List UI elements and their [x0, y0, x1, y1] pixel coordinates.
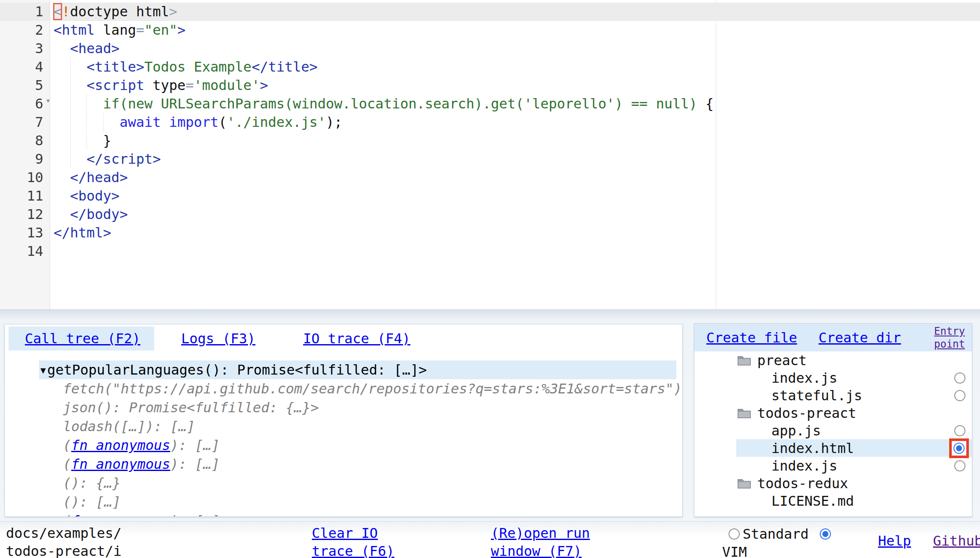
code-line — [54, 242, 980, 261]
code-area[interactable]: <!doctype html><html lang="en"> <head> <… — [50, 0, 980, 309]
code-line: </body> — [54, 205, 980, 224]
file-browser-header: Create file Create dir Entry point — [694, 324, 972, 351]
call-tree-panel: Call tree (F2) Logs (F3) IO trace (F4) ▾… — [4, 324, 683, 517]
dir-row[interactable]: todos-preact — [694, 404, 972, 422]
call-tree-row[interactable]: fetch("https://api.github.com/search/rep… — [39, 379, 676, 398]
create-dir-link[interactable]: Create dir — [819, 330, 901, 346]
status-bar-links: Help Github — [878, 532, 980, 550]
file-row[interactable]: index.js — [694, 457, 972, 474]
keyboard-mode-group: Standard VIM — [722, 525, 843, 558]
code-line: if(new URLSearchParams(window.location.s… — [54, 95, 980, 113]
github-link[interactable]: Github — [933, 533, 980, 549]
file-row[interactable]: LICENSE.md — [694, 492, 972, 510]
tab-logs[interactable]: Logs (F3) — [174, 327, 262, 351]
code-line: </script> — [54, 150, 980, 168]
file-name: index.js — [771, 370, 837, 386]
entry-point-column-header: Entry point — [932, 325, 965, 351]
call-tree-row-selected[interactable]: ▾getPopularLanguages(): Promise<fulfille… — [39, 360, 676, 379]
code-line: } — [54, 132, 980, 150]
file-name: index.js — [771, 458, 837, 474]
code-line: </html> — [54, 224, 980, 242]
call-tree: ▾getPopularLanguages(): Promise<fulfille… — [39, 360, 676, 517]
file-name: stateful.js — [771, 387, 862, 404]
line-number: 9 — [0, 150, 50, 168]
file-row[interactable]: index.js — [694, 369, 972, 387]
file-tree: preactindex.jsstateful.jstodos-preactapp… — [694, 351, 972, 510]
file-row[interactable]: app.js — [694, 422, 972, 439]
fn-anonymous-link[interactable]: fn anonymous — [71, 513, 170, 517]
fn-anonymous-link[interactable]: fn anonymous — [71, 456, 170, 472]
dir-name: todos-preact — [757, 405, 856, 421]
folder-icon — [737, 477, 751, 489]
line-number: 5 — [0, 76, 50, 95]
file-row[interactable]: stateful.js — [694, 387, 972, 404]
folder-icon — [737, 407, 751, 419]
dir-name: preact — [757, 352, 807, 369]
create-file-link[interactable]: Create file — [706, 330, 797, 346]
dir-name: todos-redux — [757, 475, 848, 492]
line-number: 14 — [0, 242, 50, 261]
current-file-path: docs/examples/todos-preact/index.html — [6, 524, 128, 558]
code-line: await import('./index.js'); — [54, 113, 980, 132]
code-line: <head> — [54, 39, 980, 58]
line-number: 12 — [0, 205, 50, 224]
file-name: index.html — [771, 440, 854, 456]
keyboard-mode-standard-radio[interactable] — [729, 528, 740, 540]
call-tree-row[interactable]: (fn anonymous): […] — [39, 436, 676, 455]
cursor-highlight: < — [54, 3, 62, 20]
entry-point-radio[interactable] — [954, 372, 965, 384]
panel-tabs: Call tree (F2) Logs (F3) IO trace (F4) — [5, 324, 682, 351]
line-number: 8 — [0, 132, 50, 150]
call-tree-row[interactable]: (fn anonymous): […] — [39, 511, 676, 517]
code-line: <html lang="en"> — [54, 21, 980, 39]
line-number-gutter: 123456▾7891011121314 — [0, 0, 50, 309]
call-tree-row[interactable]: (): {…} — [39, 474, 676, 492]
entry-point-radio[interactable] — [954, 390, 965, 401]
reopen-run-window-link[interactable]: (Re)open run window (F7) — [491, 524, 611, 558]
file-name: app.js — [771, 423, 821, 439]
code-line: <body> — [54, 187, 980, 205]
selected-entry-frame — [949, 438, 969, 458]
folder-icon — [737, 354, 751, 366]
keyboard-mode-standard-label: Standard — [743, 525, 809, 543]
call-tree-row[interactable]: lodash([…]): […] — [39, 417, 676, 436]
call-tree-row[interactable]: json(): Promise<fulfilled: {…}> — [39, 398, 676, 417]
help-link[interactable]: Help — [878, 533, 911, 549]
dir-row[interactable]: todos-redux — [694, 474, 972, 492]
dir-row[interactable]: preact — [694, 351, 972, 369]
line-number: 11 — [0, 187, 50, 205]
tab-call-tree[interactable]: Call tree (F2) — [9, 327, 154, 351]
clear-io-trace-link[interactable]: Clear IO trace (F6) — [312, 524, 410, 558]
keyboard-mode-vim-label: VIM — [722, 543, 843, 558]
line-number: 2 — [0, 21, 50, 39]
code-editor[interactable]: 123456▾7891011121314 <!doctype html><htm… — [0, 0, 980, 310]
entry-point-radio[interactable] — [954, 425, 965, 436]
line-number: 13 — [0, 224, 50, 242]
code-line: </head> — [54, 168, 980, 187]
line-number: 4 — [0, 58, 50, 76]
status-bar: docs/examples/todos-preact/index.html Cl… — [0, 521, 980, 558]
line-number: 3 — [0, 39, 50, 58]
file-row[interactable]: index.html — [694, 439, 972, 457]
call-tree-row[interactable]: (): […] — [39, 492, 676, 511]
line-number: 10 — [0, 168, 50, 187]
entry-point-radio[interactable] — [953, 443, 965, 454]
tab-io-trace[interactable]: IO trace (F4) — [296, 327, 417, 351]
line-number: 1 — [0, 3, 50, 21]
entry-point-radio[interactable] — [954, 460, 965, 471]
keyboard-mode-vim-radio[interactable] — [820, 528, 831, 540]
fn-anonymous-link[interactable]: fn anonymous — [71, 437, 170, 453]
code-line: <title>Todos Example</title> — [54, 58, 980, 76]
file-browser-panel: Create file Create dir Entry point preac… — [694, 323, 972, 517]
lower-region: Call tree (F2) Logs (F3) IO trace (F4) ▾… — [0, 310, 980, 558]
line-number: 6▾ — [0, 95, 50, 113]
code-line: <!doctype html> — [54, 3, 980, 21]
line-number: 7 — [0, 113, 50, 132]
call-tree-row[interactable]: (fn anonymous): […] — [39, 455, 676, 474]
file-name: LICENSE.md — [771, 493, 854, 509]
code-line: <script type='module'> — [54, 76, 980, 95]
